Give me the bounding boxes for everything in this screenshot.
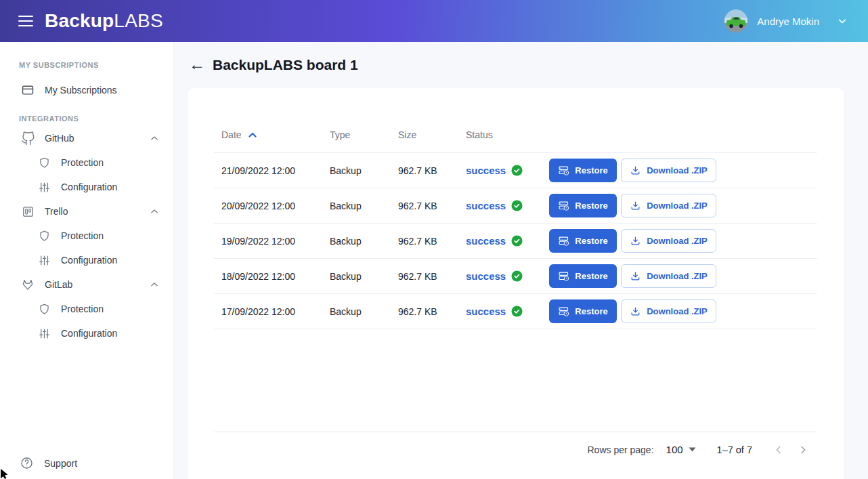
cell-size: 962.7 KB	[391, 271, 458, 282]
cell-status: success	[458, 270, 542, 282]
download-zip-button[interactable]: Download .ZIP	[621, 299, 716, 323]
success-check-icon	[511, 235, 523, 247]
chevron-down-icon[interactable]	[837, 16, 848, 26]
restore-label: Restore	[575, 165, 607, 175]
logo-light: LABS	[114, 10, 162, 31]
download-icon	[630, 200, 641, 211]
sidebar-item-github[interactable]: GitHub	[0, 126, 173, 150]
restore-button[interactable]: Restore	[549, 159, 617, 182]
download-zip-button[interactable]: Download .ZIP	[621, 194, 716, 217]
restore-icon	[558, 306, 569, 317]
cell-type: Backup	[322, 165, 391, 176]
cell-date: 20/09/2022 12:00	[214, 201, 322, 211]
cell-actions: Restore Download .ZIP	[542, 229, 817, 253]
sidebar: MY SUBSCRIPTIONS My Subscriptions INTEGR…	[0, 42, 174, 479]
cell-type: Backup	[322, 236, 391, 247]
pagination-range: 1–7 of 7	[717, 444, 752, 455]
sidebar-item-my-subscriptions[interactable]: My Subscriptions	[0, 79, 173, 102]
status-text: success	[466, 306, 506, 317]
restore-button[interactable]: Restore	[549, 299, 617, 323]
subscriptions-icon	[20, 83, 35, 97]
success-check-icon	[511, 165, 523, 176]
user-menu[interactable]: Andrye Mokin	[724, 0, 848, 42]
cell-date: 21/09/2022 12:00	[214, 165, 322, 176]
chevron-up-icon[interactable]	[150, 280, 159, 289]
success-check-icon	[511, 270, 523, 282]
cell-actions: Restore Download .ZIP	[542, 299, 817, 323]
status-text: success	[466, 270, 506, 282]
logo-bold: Backup	[45, 10, 114, 31]
download-zip-button[interactable]: Download .ZIP	[621, 159, 716, 182]
download-label: Download .ZIP	[647, 271, 708, 281]
restore-button[interactable]: Restore	[549, 194, 617, 217]
sliders-icon	[38, 327, 51, 340]
download-label: Download .ZIP	[647, 306, 708, 316]
topbar: BackupLABS Andrye Mokin	[0, 0, 868, 42]
cell-actions: Restore Download .ZIP	[542, 264, 817, 288]
download-zip-button[interactable]: Download .ZIP	[621, 229, 716, 253]
cell-actions: Restore Download .ZIP	[542, 194, 817, 217]
table-row: 21/09/2022 12:00 Backup 962.7 KB success…	[214, 153, 817, 188]
column-header-type: Type	[322, 129, 391, 140]
sidebar-item-support[interactable]: Support	[20, 456, 77, 470]
download-icon	[630, 165, 641, 176]
restore-icon	[558, 165, 569, 176]
download-label: Download .ZIP	[647, 165, 708, 175]
mouse-cursor	[0, 469, 9, 479]
cell-date: 18/09/2022 12:00	[214, 271, 322, 282]
status-text: success	[466, 200, 506, 211]
pagination: Rows per page: 100 1–7 of 7	[214, 432, 817, 467]
download-label: Download .ZIP	[647, 201, 708, 211]
sidebar-item-gitlab-protection[interactable]: Protection	[0, 297, 173, 321]
rows-per-page-value: 100	[666, 444, 683, 455]
next-page-button[interactable]	[797, 444, 809, 456]
download-zip-button[interactable]: Download .ZIP	[621, 264, 716, 288]
chevron-up-icon[interactable]	[150, 207, 159, 216]
rows-per-page-select[interactable]: 100	[666, 444, 696, 455]
download-label: Download .ZIP	[647, 236, 708, 246]
success-check-icon	[511, 306, 523, 317]
shield-icon	[38, 157, 51, 169]
sidebar-item-github-configuration[interactable]: Configuration	[0, 175, 173, 199]
menu-icon[interactable]	[18, 16, 33, 27]
sidebar-item-label: Configuration	[61, 182, 117, 192]
sidebar-item-trello[interactable]: Trello	[0, 199, 173, 224]
rows-per-page-label: Rows per page:	[587, 444, 653, 455]
restore-button[interactable]: Restore	[549, 229, 617, 253]
avatar	[724, 9, 747, 33]
sidebar-item-gitlab-configuration[interactable]: Configuration	[0, 321, 173, 346]
caret-down-icon	[689, 447, 696, 452]
cell-date: 17/09/2022 12:00	[214, 306, 322, 317]
sidebar-item-github-protection[interactable]: Protection	[0, 150, 173, 175]
restore-label: Restore	[575, 201, 607, 211]
download-icon	[630, 306, 641, 317]
sidebar-item-gitlab[interactable]: GitLab	[0, 272, 173, 297]
previous-page-button[interactable]	[773, 444, 785, 456]
cell-status: success	[458, 200, 542, 211]
restore-label: Restore	[575, 306, 607, 316]
cell-size: 962.7 KB	[391, 201, 458, 211]
back-button[interactable]: ←	[189, 56, 205, 72]
app-logo[interactable]: BackupLABS	[45, 12, 163, 30]
sidebar-item-trello-protection[interactable]: Protection	[0, 224, 173, 248]
table-row: 19/09/2022 12:00 Backup 962.7 KB success…	[214, 224, 817, 259]
shield-icon	[38, 303, 51, 316]
cell-status: success	[458, 235, 542, 247]
help-icon	[20, 456, 34, 470]
cell-type: Backup	[322, 201, 391, 211]
restore-button[interactable]: Restore	[549, 264, 617, 288]
column-header-date[interactable]: Date	[214, 129, 322, 140]
status-text: success	[466, 165, 506, 176]
github-icon	[20, 131, 35, 146]
restore-label: Restore	[575, 236, 607, 246]
column-header-status: Status	[458, 129, 542, 140]
cell-status: success	[458, 165, 542, 176]
trello-icon	[20, 205, 35, 218]
download-icon	[630, 235, 641, 247]
cell-date: 19/09/2022 12:00	[214, 236, 322, 247]
chevron-up-icon[interactable]	[150, 133, 159, 143]
download-icon	[630, 270, 641, 282]
cell-size: 962.7 KB	[391, 306, 458, 317]
cell-type: Backup	[322, 271, 391, 282]
sidebar-item-trello-configuration[interactable]: Configuration	[0, 248, 173, 272]
